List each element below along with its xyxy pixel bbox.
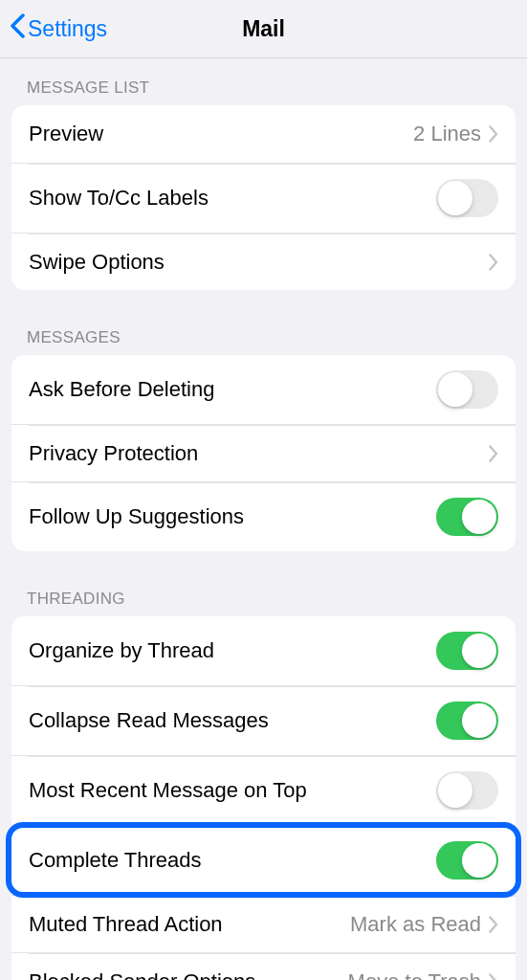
row-blocked-sender-options[interactable]: Blocked Sender Options Move to Trash [11, 952, 516, 980]
row-label: Muted Thread Action [29, 912, 350, 937]
row-label: Ask Before Deleting [29, 377, 436, 402]
row-label: Organize by Thread [29, 638, 436, 663]
row-ask-before-deleting[interactable]: Ask Before Deleting [11, 355, 516, 424]
row-accessory [489, 254, 498, 271]
list-group-threading: Organize by Thread Collapse Read Message… [11, 616, 516, 980]
page-title: Mail [242, 16, 285, 42]
row-detail: 2 Lines [413, 122, 481, 146]
chevron-right-icon [489, 125, 498, 143]
row-label: Privacy Protection [29, 441, 489, 466]
toggle-collapse-read-messages[interactable] [436, 702, 498, 740]
row-label: Swipe Options [29, 250, 489, 275]
row-label: Follow Up Suggestions [29, 504, 436, 529]
toggle-complete-threads[interactable] [436, 841, 498, 880]
section-header-message-list: Message List [0, 58, 527, 105]
row-privacy-protection[interactable]: Privacy Protection [11, 424, 516, 481]
toggle-follow-up-suggestions[interactable] [436, 498, 498, 536]
row-follow-up-suggestions[interactable]: Follow Up Suggestions [11, 481, 516, 551]
back-button[interactable]: Settings [10, 13, 107, 44]
row-label: Preview [29, 122, 413, 146]
back-label: Settings [28, 16, 107, 42]
section-header-messages: Messages [0, 290, 527, 355]
row-show-tocc[interactable]: Show To/Cc Labels [11, 163, 516, 233]
row-accessory: Mark as Read [350, 912, 498, 937]
row-label: Complete Threads [29, 848, 436, 873]
nav-bar: Settings Mail [0, 0, 527, 58]
row-detail: Mark as Read [350, 912, 481, 937]
list-group-message-list: Preview 2 Lines Show To/Cc Labels Swipe … [11, 105, 516, 290]
row-collapse-read-messages[interactable]: Collapse Read Messages [11, 685, 516, 755]
row-most-recent-on-top[interactable]: Most Recent Message on Top [11, 755, 516, 825]
row-detail: Move to Trash [348, 969, 481, 981]
row-label: Show To/Cc Labels [29, 186, 436, 211]
chevron-right-icon [489, 445, 498, 462]
list-group-messages: Ask Before Deleting Privacy Protection F… [11, 355, 516, 551]
toggle-organize-by-thread[interactable] [436, 632, 498, 670]
chevron-right-icon [489, 254, 498, 271]
toggle-show-tocc[interactable] [436, 179, 498, 217]
row-label: Most Recent Message on Top [29, 778, 436, 803]
toggle-ask-before-deleting[interactable] [436, 370, 498, 409]
row-label: Blocked Sender Options [29, 969, 348, 981]
row-accessory [489, 445, 498, 462]
toggle-most-recent-on-top[interactable] [436, 771, 498, 810]
row-complete-threads[interactable]: Complete Threads [11, 825, 516, 895]
row-accessory: Move to Trash [348, 969, 498, 981]
row-label: Collapse Read Messages [29, 708, 436, 733]
row-preview[interactable]: Preview 2 Lines [11, 105, 516, 163]
row-swipe-options[interactable]: Swipe Options [11, 233, 516, 290]
chevron-left-icon [10, 13, 26, 44]
row-muted-thread-action[interactable]: Muted Thread Action Mark as Read [11, 895, 516, 952]
row-organize-by-thread[interactable]: Organize by Thread [11, 616, 516, 685]
section-header-threading: Threading [0, 551, 527, 616]
chevron-right-icon [489, 916, 498, 933]
row-accessory: 2 Lines [413, 122, 498, 146]
chevron-right-icon [489, 973, 498, 981]
